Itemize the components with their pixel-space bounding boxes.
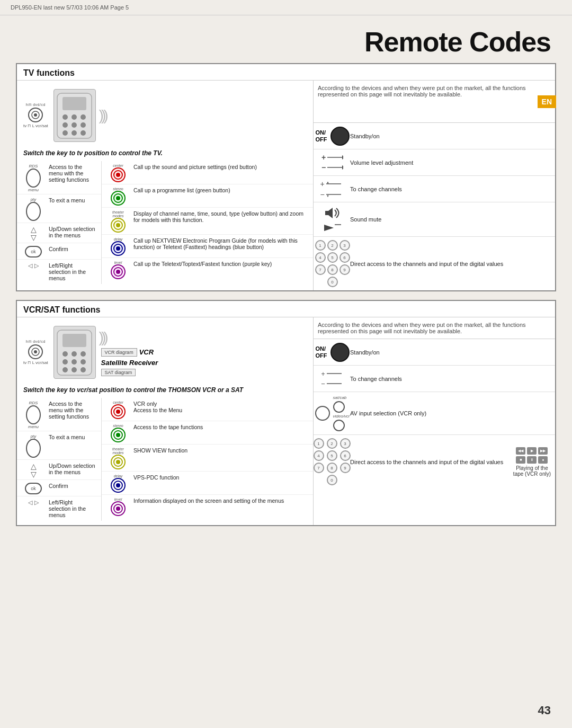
svg-point-7 [62, 122, 68, 128]
vcr-center-icon: center [105, 399, 131, 419]
svg-point-9 [81, 122, 86, 128]
tape-controls: ◀◀ ▶ ▶▶ ■ ⏸ ● [516, 447, 548, 464]
svg-point-39 [72, 351, 77, 357]
svg-point-20 [116, 246, 120, 251]
tv-theater-label: Display of channel name, time, sound, ty… [131, 209, 310, 224]
tv-numpad-icon: 1 2 3 4 5 6 7 8 9 0 [318, 240, 347, 287]
av-circle [315, 406, 330, 421]
svg-rect-3 [62, 97, 86, 110]
vcr-stereo-row: stereo Access to the tape functions [102, 421, 313, 445]
header-strip: DPL950-EN last new 5/7/03 10:06 AM Page … [0, 0, 572, 15]
vcr-left-arrow: ◁ [28, 499, 32, 506]
svg-point-48 [116, 410, 120, 414]
tape-rew: ◀◀ [516, 447, 525, 455]
tv-numpad-item: 1 2 3 4 5 6 7 8 9 0 [314, 237, 555, 290]
vcr-level-icon: level [105, 496, 131, 516]
tv-theater-icon: theater modes [105, 209, 131, 233]
sat-circle [333, 401, 345, 413]
blue-button [111, 241, 126, 256]
tv-ok-label: Confirm [47, 245, 98, 253]
vcr-right-arrow: ▷ [34, 499, 39, 506]
vcr-ok-icon: ok [20, 482, 47, 494]
tape-ff: ▶▶ [538, 447, 548, 455]
svg-point-5 [72, 114, 77, 120]
tv-section: TV functions hifi dvd/cd [16, 63, 556, 291]
vcr-blue-button [111, 478, 126, 493]
vcr-pty-label: To exit a menu [47, 433, 98, 441]
num-3: 3 [339, 240, 350, 251]
up-arrow: △ [31, 226, 37, 233]
tv-level-icon: level [105, 260, 131, 279]
vcr-numpad-icon: 1 2 3 4 5 6 7 8 9 0 [318, 438, 347, 485]
tv-stereo-row: stereo Call up a programme list (green b… [102, 184, 313, 208]
tv-note: According to the devices and when they w… [314, 81, 555, 123]
tv-lr-label: Left/Right selection in the menus [47, 261, 98, 282]
tv-delay-row: delay Call up NEXTVIEW Electronic Progra… [102, 235, 313, 258]
tv-pty-row: pty To exit a menu [17, 194, 101, 223]
vcr-stereo-label: Access to the tape functions [131, 423, 310, 431]
vcr-num-6: 6 [340, 450, 351, 461]
tv-remote-diagram: hifi dvd/cd tv ⊓ L vcr/sat [17, 85, 313, 146]
vcr-controls-panel: hifi dvd/cd tv ⊓ L vcr/sat [17, 317, 314, 525]
num-2: 2 [327, 240, 338, 251]
svg-point-8 [72, 122, 77, 128]
page-number: 43 [538, 704, 551, 717]
vcr-pty-oval [26, 439, 41, 458]
vcr-rds-icon: RDS menu [20, 399, 47, 429]
pty-oval [26, 202, 41, 221]
vcr-section: VCR/SAT functions hifi dvd/cd tv ⊓ L vcr… [16, 300, 556, 526]
vcr-purple-button [111, 501, 126, 516]
vcr-channels-item: + − To change channels [314, 366, 555, 392]
svg-point-11 [72, 130, 77, 136]
vcr-num-8: 8 [327, 463, 337, 473]
tv-delay-label: Call up NEXTVIEW Electronic Program Guid… [131, 236, 310, 251]
svg-point-54 [116, 483, 120, 487]
vcr-section-header: VCR/SAT functions [17, 301, 555, 317]
svg-point-40 [81, 351, 86, 357]
rds-oval [26, 168, 41, 188]
vcr-channels-icon: + − [318, 370, 347, 388]
vcr-standby-item: ON/OFF Standby/on [314, 339, 555, 366]
vcr-rds-label: Access to the menu with the setting func… [47, 399, 98, 421]
num-6: 6 [339, 252, 350, 263]
vcr-nav-row: △ ▽ Up/Down selection in the menus [17, 460, 101, 480]
vcr-theater-label: SHOW VIEW function [131, 446, 310, 455]
svg-marker-26 [342, 165, 343, 170]
tv-section-header: TV functions [17, 64, 555, 81]
vcr-red-button [111, 404, 126, 419]
num-7: 7 [315, 264, 326, 275]
vcr-delay-row: delay VPS-PDC function [102, 472, 313, 495]
svg-point-4 [62, 114, 68, 120]
main-content: TV functions hifi dvd/cd [0, 63, 572, 545]
vcr-ok-row: ok Confirm [17, 480, 101, 496]
vcr-selector [28, 344, 43, 359]
right-arrow: ▷ [34, 262, 39, 269]
tv-right-section: According to the devices and when they w… [314, 81, 555, 290]
tv-pty-label: To exit a menu [47, 196, 98, 205]
hifi-label: hifi dvd/cd [26, 103, 46, 106]
tape-stop: ■ [516, 456, 525, 464]
vcr-stereo-icon: stereo [105, 423, 131, 442]
vcr-delay-label: VPS-PDC function [131, 473, 310, 482]
vcr-pty-row: pty To exit a menu [17, 431, 101, 460]
tv-nav-label: Up/Down selection in the menus [47, 225, 98, 239]
vcr-up-arrow: △ [31, 463, 37, 470]
remote-image [53, 89, 96, 142]
tv-standby-icon: ON/OFF [318, 127, 347, 146]
vcr-level-label: Information displayed on the screen and … [131, 496, 310, 505]
tv-channels-icon: + ▲ − ▼ [318, 180, 347, 199]
tv-mute-icon [318, 206, 347, 233]
tv-stereo-icon: stereo [105, 186, 131, 206]
tv-rds-row: RDS menu Access to the menu with the set… [17, 161, 101, 194]
vcr-rds-oval [26, 405, 41, 424]
vcr-switch-instruction: Switch the key to vcr/sat position to co… [17, 383, 313, 398]
down-arrow: ▽ [31, 234, 37, 241]
svg-point-6 [81, 114, 86, 120]
vcr-num-5: 5 [327, 450, 337, 461]
vcr-ok-button: ok [25, 483, 42, 494]
file-info: DPL950-EN last new 5/7/03 10:06 AM Page … [11, 4, 129, 11]
vcr-pty-icon: pty [20, 433, 47, 458]
tv-switch-instruction: Switch the key to tv position to control… [17, 146, 313, 161]
vcr-label: VCR [139, 348, 154, 356]
svg-point-43 [81, 359, 86, 365]
